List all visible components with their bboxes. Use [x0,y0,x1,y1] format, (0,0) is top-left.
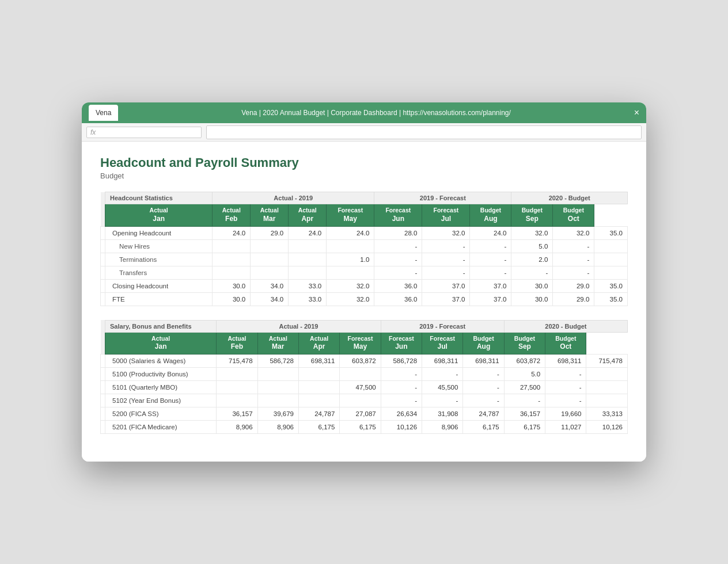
data-cell [594,253,628,266]
data-cell [257,380,298,394]
sal-col-0: Actual Jan [105,332,217,354]
data-cell: - [470,239,511,253]
data-cell: - [374,266,422,279]
data-cell: 603,872 [340,354,381,367]
main-content: Headcount and Payroll Summary Budget Hea… [82,142,646,461]
table-row: Terminations1.0---2.0- [101,253,628,266]
actual-2019-group-header: Actual - 2019 [213,192,374,204]
table-row: 5100 (Productivity Bonus)---5.0- [101,367,628,380]
data-cell: - [463,394,504,407]
sal-col-9: Budget Oct [545,332,586,354]
data-cell: 37.0 [470,292,511,306]
formula-input[interactable]: fx [86,127,202,138]
data-cell [289,239,327,253]
data-cell: - [422,367,463,380]
data-cell [213,253,251,266]
sal-col-5: Forecast Jun [381,332,422,354]
data-cell [217,394,257,407]
data-cell [586,380,628,394]
table-row: 5201 (FICA Medicare)8,9068,9066,1756,175… [101,420,628,433]
data-cell: 35.0 [594,292,628,306]
data-cell: - [422,394,463,407]
data-cell: - [504,394,545,407]
data-cell: 27,500 [504,380,545,394]
data-cell: 28.0 [374,226,422,239]
hc-col-3: Actual Apr [289,204,327,226]
data-cell: 36,157 [217,407,257,420]
data-cell: 6,175 [504,420,545,433]
table-row: Transfers----- [101,266,628,279]
data-cell: 37.0 [422,292,470,306]
row-label: 5000 (Salaries & Wages) [105,354,217,367]
table-row: 5000 (Salaries & Wages)715,478586,728698… [101,354,628,367]
data-cell: - [545,380,586,394]
hc-col-8: Budget Sep [511,204,553,226]
forecast-2019-group-header: 2019 - Forecast [374,192,511,204]
sal-col-7: Budget Aug [463,332,504,354]
data-cell: - [374,253,422,266]
row-label: 5102 (Year End Bonus) [105,394,217,407]
sal-col-1: Actual Feb [217,332,257,354]
data-cell [586,394,628,407]
data-cell: 36.0 [374,279,422,292]
data-cell: 2.0 [511,253,553,266]
data-cell: - [381,380,422,394]
sal-col-3: Actual Apr [298,332,339,354]
data-cell: 27,087 [340,407,381,420]
sal-col-6: Forecast Jul [422,332,463,354]
page-subtitle: Budget [100,172,628,180]
data-cell: 31,908 [422,407,463,420]
browser-tab[interactable]: Vena [89,105,118,121]
hc-col-0: Actual Jan [105,204,213,226]
salary-sub-header-row: Actual Jan Actual Feb Actual Mar Actua [101,332,628,354]
data-cell: 6,175 [340,420,381,433]
data-cell: - [422,266,470,279]
data-cell: - [463,380,504,394]
row-label: Terminations [105,253,213,266]
data-cell [327,266,374,279]
table-row: Closing Headcount30.034.033.032.036.037.… [101,279,628,292]
hc-col-1: Actual Feb [213,204,251,226]
salary-table-section: Salary, Bonus and Benefits Actual - 2019… [100,320,628,434]
row-label: 5101 (Quarterly MBO) [105,380,217,394]
sal-actual-2019-header: Actual - 2019 [217,320,381,332]
data-cell: 586,728 [381,354,422,367]
url-bar: Vena | 2020 Annual Budget | Corporate Da… [123,109,629,117]
data-cell: 30.0 [511,279,553,292]
table-row: 5101 (Quarterly MBO)47,500-45,500-27,500… [101,380,628,394]
title-bar: Vena Vena | 2020 Annual Budget | Corpora… [82,102,646,123]
data-cell: 39,679 [257,407,298,420]
tab-label: Vena [96,109,111,117]
data-cell [340,394,381,407]
row-label: 5201 (FICA Medicare) [105,420,217,433]
sub-header-row: Actual Jan Actual Feb Actual Mar Actua [101,204,628,226]
data-cell: 30.0 [213,292,251,306]
table-row: FTE30.034.033.032.036.037.037.030.029.03… [101,292,628,306]
data-cell: 698,311 [463,354,504,367]
data-cell: 24,787 [298,407,339,420]
data-cell: - [381,394,422,407]
sal-forecast-2019-header: 2019 - Forecast [381,320,504,332]
row-label: 5100 (Productivity Bonus) [105,367,217,380]
data-cell: 36.0 [374,292,422,306]
section-indicator-red [101,320,105,354]
formula-bar: fx [82,123,646,142]
data-cell: 30.0 [213,279,251,292]
data-cell [289,266,327,279]
data-cell: 603,872 [504,354,545,367]
data-cell: 19,660 [545,407,586,420]
data-cell: 35.0 [594,226,628,239]
row-label: FTE [105,292,213,306]
data-cell: 5.0 [511,239,553,253]
data-cell: 30.0 [511,292,553,306]
data-cell [251,266,289,279]
data-cell: - [374,239,422,253]
data-cell [289,253,327,266]
data-cell: 36,157 [504,407,545,420]
formula-value[interactable] [206,125,642,139]
data-cell: - [545,367,586,380]
data-cell: 8,906 [422,420,463,433]
sal-col-2: Actual Mar [257,332,298,354]
close-button[interactable]: × [634,108,639,118]
data-cell [594,239,628,253]
